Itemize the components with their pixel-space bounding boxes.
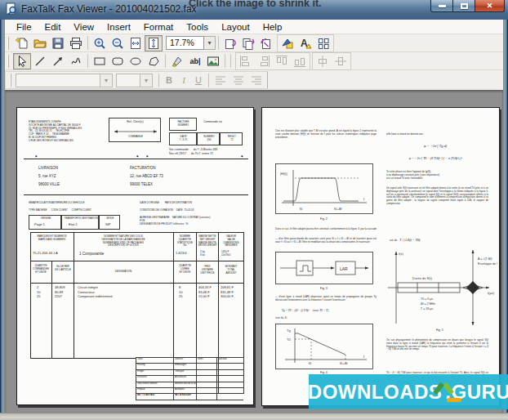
zoom-level-combo[interactable]: 17.7% — [166, 36, 204, 50]
toolbar-gripper[interactable] — [7, 55, 9, 68]
thumbnails-button[interactable] — [314, 35, 332, 51]
menu-format[interactable]: Format — [137, 22, 180, 32]
fit-width-button[interactable] — [127, 35, 145, 51]
center-vertical-button — [332, 53, 350, 69]
line-tool-button[interactable] — [31, 53, 49, 69]
svg-text:T = 18 μs: T = 18 μs — [421, 307, 433, 311]
svg-text:t(s): t(s) — [399, 252, 403, 256]
select-tool-button[interactable] — [13, 53, 31, 69]
align-tops-button — [273, 53, 291, 69]
svg-text:LAR: LAR — [340, 266, 348, 271]
ellipse-tool-button[interactable] — [127, 53, 145, 69]
italic-button: I — [176, 73, 191, 87]
text-tool-button[interactable]: ab| — [186, 53, 204, 69]
commande-label: Commande no — [203, 120, 222, 124]
goods-table: MARQUES ET NUMEROS MARKS AND NUMBERS NOM… — [30, 232, 244, 394]
svg-text:A = √(T·Δf): A = √(T·Δf) — [478, 257, 492, 261]
zoom-out-icon — [111, 37, 124, 50]
arrow-tool-button[interactable] — [49, 53, 67, 69]
new-document-button[interactable] — [13, 35, 31, 51]
equation: φ = −2π ∫ Tg df — [386, 144, 484, 149]
open-button[interactable] — [31, 35, 49, 51]
align-tops-icon — [275, 55, 288, 68]
toolbar-gripper[interactable] — [7, 37, 9, 50]
figure-caption: Fig. 5 — [386, 328, 493, 333]
item-delivered-col: 81025 — [179, 286, 182, 299]
polygon-icon — [147, 55, 160, 68]
window-border-right — [503, 20, 508, 413]
menu-layout[interactable]: Layout — [215, 22, 256, 32]
menu-file[interactable]: File — [10, 22, 38, 32]
minimize-button[interactable] — [430, 0, 453, 12]
zoom-in-icon — [93, 37, 106, 50]
figure-caption: Fig. 2 — [275, 217, 372, 221]
select-cursor-icon — [16, 55, 29, 68]
fit-page-icon — [147, 37, 160, 50]
align-rights-icon — [257, 55, 270, 68]
svg-text:f0: f0 — [309, 361, 312, 365]
highlighter-tool-button[interactable] — [168, 53, 186, 69]
livraison-line2: 98000 VILLE — [38, 182, 60, 187]
print-button[interactable] — [67, 35, 85, 51]
chevron-down-icon: ▾ — [140, 74, 153, 87]
figure-2: |H(f)| f0 f0+Δf f — [275, 163, 373, 214]
delete-page-button[interactable] — [257, 35, 275, 51]
rotate-page-button[interactable] — [221, 35, 239, 51]
print-icon — [69, 37, 82, 50]
para: Dans ce cas, le filtre adapté pourra êtr… — [275, 227, 377, 234]
svg-text:t(μs): t(μs) — [488, 291, 495, 295]
fax-page-1[interactable]: ETABLISSEMENTS JOSEPH SOCIETE ANONYME AU… — [16, 107, 254, 405]
zoom-dropdown-arrow[interactable]: ▾ — [204, 36, 216, 50]
window-border-bottom — [0, 413, 508, 420]
menu-view[interactable]: View — [67, 22, 100, 32]
toolbar-gripper[interactable] — [10, 74, 11, 87]
menu-insert[interactable]: Insert — [100, 22, 137, 32]
image-tool-button[interactable] — [204, 53, 222, 69]
annotations-shapes-icon — [281, 37, 294, 50]
center-horizontal-button — [314, 53, 332, 69]
figure-4: Tg T0 f0 f0+Δf f — [275, 324, 373, 369]
watermark-text-left: DOWNLOADS — [308, 382, 442, 402]
facturation-line1: 12, rue ABCD EF 73 — [130, 174, 163, 179]
annotations-button[interactable] — [279, 35, 296, 51]
thumbnails-icon — [317, 37, 330, 50]
fit-page-button[interactable] — [145, 35, 163, 51]
freehand-tool-button[interactable] — [67, 53, 85, 69]
menu-tools[interactable]: Tools — [180, 22, 215, 32]
maximize-button[interactable] — [453, 0, 475, 12]
rounded-rectangle-tool-button[interactable] — [109, 53, 127, 69]
menu-help[interactable]: Help — [256, 22, 289, 32]
rotate-all-pages-icon — [242, 37, 255, 50]
close-button[interactable]: ✕ — [475, 0, 505, 12]
svg-text:f: f — [363, 197, 365, 201]
save-icon — [51, 37, 65, 50]
highlighter-icon — [171, 55, 184, 68]
text-note-button[interactable]: A — [296, 35, 314, 51]
align-center-icon — [233, 75, 244, 85]
rectangle-tool-button[interactable] — [91, 53, 109, 69]
svg-text:f0+Δf: f0+Δf — [334, 207, 342, 211]
rotate-all-pages-button[interactable] — [239, 35, 257, 51]
arrow-icon — [51, 55, 65, 68]
main-toolbar: 17.7% ▾ A — [5, 34, 503, 52]
totals-table: TaxesDéboursnotesSub-total PackingEmball… — [136, 357, 244, 394]
zoom-in-button[interactable] — [91, 35, 109, 51]
text-tool-icon: ab| — [189, 57, 200, 65]
para: Ceci est d'autant plus valable que T·Δf … — [275, 129, 377, 139]
save-button[interactable] — [49, 35, 67, 51]
image-icon — [207, 55, 220, 68]
title-bar: FaxTalk Fax Viewer - 201004021502.fax Cl… — [0, 0, 508, 20]
facturation-line2: 99000 TELEX — [130, 182, 153, 187]
fax-page-2[interactable]: Ceci est d'autant plus valable que T·Δf … — [261, 107, 500, 406]
item-ordered-col: 21025 — [37, 286, 40, 299]
para: Te cette phase est bien l'opposé de |φ(f… — [386, 170, 439, 180]
menu-edit[interactable]: Edit — [38, 22, 68, 32]
zoom-out-button[interactable] — [109, 35, 127, 51]
drawing-toolbar: ab| — [5, 52, 503, 70]
item-ref-col: 48-80980-892207 — [55, 286, 65, 299]
window-border-left — [0, 20, 5, 413]
polygon-tool-button[interactable] — [145, 53, 163, 69]
svg-text:f0+Δf: f0+Δf — [340, 361, 348, 365]
facturation-title: FACTURATION — [130, 166, 155, 171]
align-right-button — [247, 72, 265, 88]
